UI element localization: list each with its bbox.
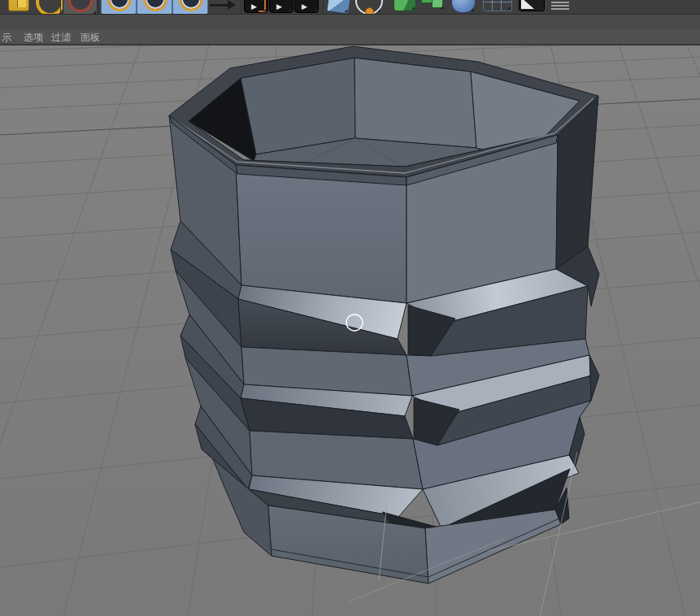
scale-tool-icon[interactable] <box>137 0 172 15</box>
viewport-svg <box>0 46 700 616</box>
menu-item-options[interactable]: 选项 <box>24 31 43 45</box>
render-view-icon[interactable]: ▶ <box>244 0 268 13</box>
render-settings-icon[interactable]: ▶ <box>294 0 319 13</box>
menu-item-filter[interactable]: 过滤 <box>51 31 71 45</box>
toolbar-spacer <box>0 15 700 29</box>
coordinates-arrow-icon[interactable] <box>210 2 236 12</box>
live-selection-icon[interactable] <box>63 0 98 15</box>
pen-tool-icon[interactable] <box>393 0 416 11</box>
application-window: { "app": {"name": "3d-editor-viewport"},… <box>0 0 700 616</box>
move-tool-icon[interactable] <box>101 0 137 15</box>
generators-icon[interactable] <box>421 0 444 10</box>
render-picture-viewer-icon[interactable]: ▶ <box>269 0 293 13</box>
array-grid-icon[interactable] <box>483 0 512 11</box>
layout-icon[interactable] <box>8 0 29 11</box>
viewport-menubar: 示 选项 过滤 面板 <box>0 29 700 46</box>
main-toolbar: ▶ ▶ ▶ <box>0 0 700 15</box>
cube-primitive-icon[interactable] <box>326 0 352 15</box>
menu-item-display[interactable]: 示 <box>2 31 11 45</box>
viewport-canvas[interactable] <box>0 46 700 616</box>
list-icon[interactable] <box>551 0 569 12</box>
display-bw-icon[interactable] <box>519 0 545 11</box>
menu-item-panel[interactable]: 面板 <box>80 31 100 45</box>
rotate-tool-icon[interactable] <box>172 0 208 15</box>
spline-primitive-icon[interactable] <box>355 0 383 15</box>
volume-icon[interactable] <box>451 0 476 13</box>
polygon-model[interactable] <box>169 46 599 583</box>
